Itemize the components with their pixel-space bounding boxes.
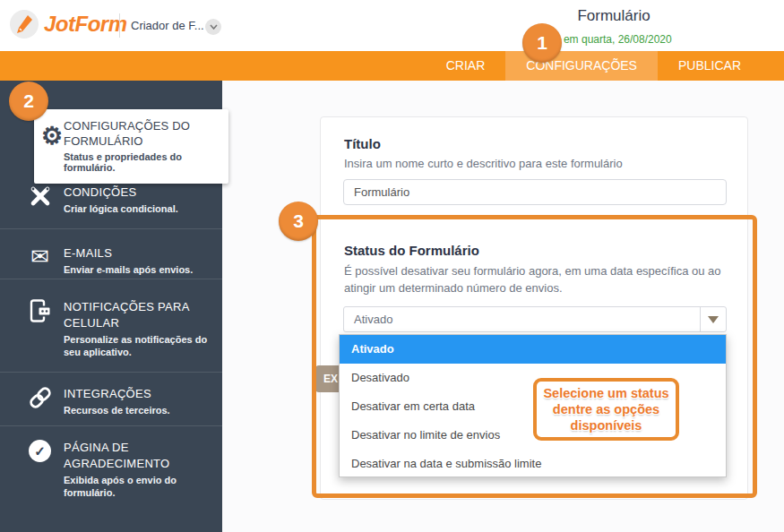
sidebar-separator [0, 425, 222, 426]
callout-line: disponíveis [571, 417, 642, 433]
sidebar-item-subtitle: Recursos de terceiros. [64, 404, 209, 416]
sidebar-item-form-settings[interactable]: ⚙ CONFIGURAÇÕES DO FORMULÁRIO Status e p… [34, 109, 228, 184]
annotation-callout: Selecione um status dentre as opções dis… [533, 378, 679, 441]
sidebar-item-subtitle: Personalize as notificações do seu aplic… [64, 333, 209, 358]
sidebar-item-emails[interactable]: ✉ E-MAILS Enviar e-mails após envios. [0, 245, 222, 276]
jotform-logo[interactable]: JotForm [9, 9, 127, 39]
jotform-settings-screen: JotForm Criador de F... Formulário Criad… [0, 0, 784, 532]
sidebar-separator [0, 372, 222, 373]
dropdown-option-ativado[interactable]: Ativado [340, 335, 726, 364]
status-section-heading: Status do Formulário [344, 243, 479, 258]
top-header: JotForm Criador de F... Formulário Criad… [0, 0, 784, 51]
dropdown-option-desativar-data-limite[interactable]: Desativar na data e submissão limite [340, 450, 726, 478]
title-section-description: Insira um nome curto e descritivo para e… [344, 155, 738, 172]
title-section-heading: Título [344, 136, 381, 151]
form-title[interactable]: Formulário [502, 7, 726, 25]
logo-wordmark: JotForm [44, 12, 127, 37]
settings-sidebar: ⚙ CONFIGURAÇÕES DO FORMULÁRIO Status e p… [0, 81, 222, 532]
sidebar-item-title: PÁGINA DE AGRADECIMENTO [64, 440, 209, 472]
sidebar-item-push-notifications[interactable]: NOTIFICAÇÕES PARA CELULAR Personalize as… [0, 299, 222, 358]
sidebar-item-subtitle: Exibida após o envio do formulário. [64, 474, 209, 499]
crossed-wrenches-icon [28, 184, 52, 208]
sidebar-item-subtitle: Status e propriedades do formulário. [64, 151, 216, 173]
status-select[interactable]: Ativado [343, 306, 727, 332]
sidebar-item-conditions[interactable]: CONDIÇÕES Criar lógica condicional. [0, 184, 222, 215]
status-select-value: Ativado [344, 307, 726, 331]
sidebar-item-title: E-MAILS [64, 245, 209, 262]
sidebar-item-subtitle: Enviar e-mails após envios. [64, 263, 209, 276]
sidebar-item-subtitle: Criar lógica condicional. [64, 202, 209, 215]
sidebar-item-title: CONDIÇÕES [64, 184, 209, 201]
status-section-description: É possível desativar seu formulário agor… [344, 262, 745, 296]
status-select-arrow[interactable] [700, 307, 726, 331]
chevron-down-icon [210, 24, 218, 30]
annotation-badge-1: 1 [522, 23, 562, 63]
sidebar-item-integrations[interactable]: INTEGRAÇÕES Recursos de terceiros. [0, 386, 222, 416]
app-switcher-label[interactable]: Criador de F... [131, 19, 204, 32]
sidebar-item-title: CONFIGURAÇÕES DO FORMULÁRIO [64, 118, 216, 149]
main-navbar: CRIAR CONFIGURAÇÕES PUBLICAR [0, 51, 784, 81]
sidebar-item-thank-you-page[interactable]: ✓ PÁGINA DE AGRADECIMENTO Exibida após o… [0, 440, 222, 499]
tab-publicar[interactable]: PUBLICAR [658, 51, 762, 81]
tab-criar[interactable]: CRIAR [426, 51, 506, 81]
header-divider [119, 13, 120, 38]
callout-line: Selecione um status [543, 385, 668, 401]
mobile-notification-icon [28, 299, 52, 323]
gear-icon: ⚙ [41, 124, 63, 149]
sidebar-separator [0, 279, 222, 279]
chain-link-icon [28, 386, 52, 409]
sidebar-item-title: NOTIFICAÇÕES PARA CELULAR [64, 299, 209, 331]
callout-line: dentre as opções [553, 401, 659, 417]
form-title-input[interactable] [343, 179, 727, 205]
check-circle-icon: ✓ [28, 440, 52, 462]
sidebar-item-title: INTEGRAÇÕES [64, 386, 209, 402]
sidebar-separator [0, 228, 222, 229]
annotation-badge-3: 3 [279, 202, 318, 241]
triangle-down-icon [708, 316, 719, 323]
envelope-icon: ✉ [28, 245, 52, 268]
app-switcher-button[interactable] [205, 19, 221, 35]
pen-icon [9, 9, 39, 39]
navbar-spacer [762, 51, 784, 81]
annotation-badge-2: 2 [9, 82, 48, 121]
